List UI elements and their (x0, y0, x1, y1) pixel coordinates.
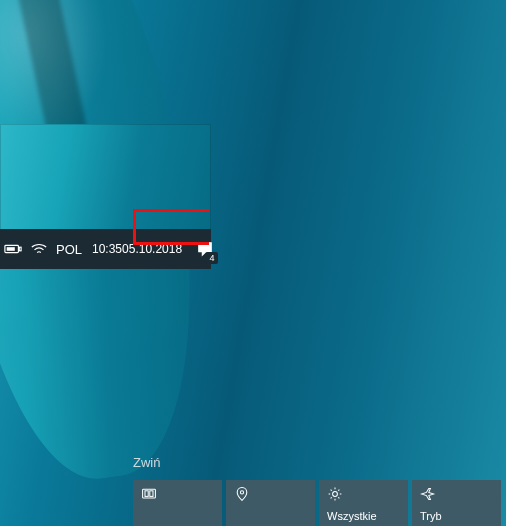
svg-rect-7 (7, 247, 15, 251)
battery-icon[interactable] (0, 229, 26, 269)
gear-icon (327, 486, 400, 504)
system-tray: POL 10:35 05.10.2018 4 (0, 229, 222, 269)
notification-badge: 4 (206, 252, 218, 264)
clock-date: 05.10.2018 (122, 242, 182, 257)
tile-label: Tryb (420, 510, 493, 522)
clock[interactable]: 10:35 05.10.2018 (86, 229, 188, 269)
action-center-button[interactable]: 4 (188, 229, 222, 269)
svg-rect-1 (145, 491, 148, 497)
tile-tablet-mode[interactable] (133, 480, 222, 526)
tablet-mode-icon (141, 486, 214, 504)
collapse-link[interactable]: Zwiń (133, 455, 160, 470)
svg-rect-6 (19, 247, 21, 251)
svg-rect-2 (150, 491, 153, 497)
tile-location[interactable] (226, 480, 315, 526)
location-icon (234, 486, 307, 504)
clock-time: 10:35 (92, 242, 122, 257)
language-indicator[interactable]: POL (52, 229, 86, 269)
tile-airplane-mode[interactable]: Tryb (412, 480, 501, 526)
tile-all-settings[interactable]: Wszystkie (319, 480, 408, 526)
quick-actions-row: Wszystkie Tryb (133, 480, 501, 526)
taskbar: POL 10:35 05.10.2018 4 (0, 229, 211, 269)
airplane-icon (420, 486, 493, 504)
svg-point-3 (240, 491, 243, 494)
embedded-screenshot: POL 10:35 05.10.2018 4 (0, 124, 211, 269)
tile-label: Wszystkie (327, 510, 400, 522)
wifi-icon[interactable] (26, 229, 52, 269)
svg-point-4 (333, 492, 338, 497)
